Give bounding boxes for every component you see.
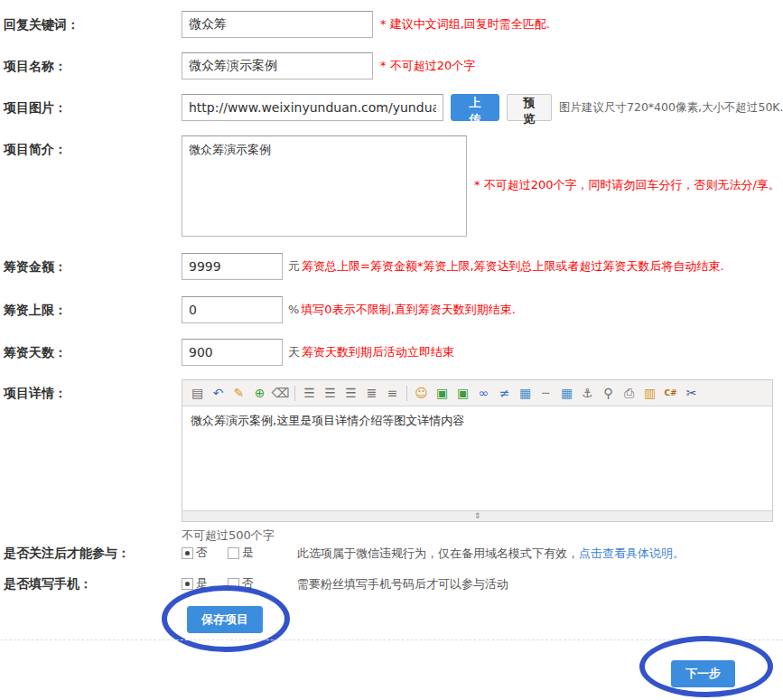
row-fund-amount: 筹资金额： 元 筹资总上限=筹资金额*筹资上限,筹资达到总上限或者超过筹资天数后… — [0, 253, 724, 280]
project-name-input[interactable] — [182, 52, 373, 79]
fund-days-note: 筹资天数到期后活动立即结束 — [302, 339, 454, 366]
page-break-icon[interactable]: ┄ — [536, 383, 556, 403]
require-follow-label: 是否关注后才能参与： — [0, 546, 182, 560]
option-label: 否 — [196, 545, 208, 561]
project-intro-textarea[interactable]: 微众筹演示案例 — [182, 135, 467, 237]
require-follow-option-yes[interactable]: 是 — [228, 545, 254, 561]
radio-unchecked-icon[interactable] — [228, 578, 239, 590]
undo-icon[interactable]: ↶ — [208, 383, 228, 403]
batch-image-icon[interactable]: ▣ — [452, 383, 473, 403]
row-require-follow: 是否关注后才能参与： 否 是 此选项属于微信违规行为，仅在备用域名模式下有效，点… — [0, 545, 685, 561]
preview-icon[interactable]: ⚲ — [598, 383, 619, 403]
option-label: 是 — [242, 545, 254, 561]
row-project-detail: 项目详情： ▤ ↶ ✎ ⊕ ⌫ ☰ ☰ ☰ ≣ ≡ ☺ ▣ — [0, 379, 773, 544]
radio-unchecked-icon[interactable] — [228, 547, 239, 559]
require-phone-option-no[interactable]: 否 — [228, 575, 254, 592]
require-follow-note: 此选项属于微信违规行为，仅在备用域名模式下有效，点击查看具体说明。 — [297, 546, 685, 560]
project-image-url-input[interactable] — [182, 94, 443, 121]
require-phone-option-yes[interactable]: 是 — [182, 575, 208, 592]
require-phone-note: 需要粉丝填写手机号码后才可以参与活动 — [297, 577, 508, 591]
insert-rule-icon[interactable]: ⊕ — [249, 383, 270, 403]
editor-toolbar: ▤ ↶ ✎ ⊕ ⌫ ☰ ☰ ☰ ≣ ≡ ☺ ▣ ▣ ∞ ≠ — [182, 380, 772, 406]
row-project-intro: 项目简介： 微众筹演示案例 * 不可超过200个字，同时请勿回车分行，否则无法分… — [0, 135, 780, 237]
fund-days-unit: 天 — [288, 339, 300, 366]
eraser-icon[interactable]: ⌫ — [270, 383, 291, 403]
insert-image-icon[interactable]: ▣ — [432, 383, 452, 403]
align-center-icon[interactable]: ☰ — [320, 383, 340, 403]
row-project-image: 项目图片： 上传 预览 图片建议尺寸720*400像素,大小不超过50K. — [0, 94, 783, 121]
table-icon[interactable]: ▦ — [556, 383, 577, 403]
rich-text-editor: ▤ ↶ ✎ ⊕ ⌫ ☰ ☰ ☰ ≣ ≡ ☺ ▣ ▣ ∞ ≠ — [182, 379, 773, 522]
fund-amount-label: 筹资金额： — [0, 253, 182, 280]
require-phone-label: 是否填写手机： — [0, 577, 182, 591]
reply-keyword-label: 回复关键词： — [0, 11, 182, 38]
option-label: 是 — [196, 575, 208, 592]
project-detail-label: 项目详情： — [0, 379, 182, 406]
project-intro-label: 项目简介： — [0, 135, 182, 163]
link-icon[interactable]: ∞ — [473, 383, 494, 403]
next-step-button[interactable]: 下一步 — [671, 660, 735, 687]
align-right-icon[interactable]: ☰ — [340, 383, 361, 403]
row-require-phone: 是否填写手机： 是 否 需要粉丝填写手机号码后才可以参与活动 — [0, 575, 508, 592]
cut-icon[interactable]: ✂ — [681, 383, 702, 403]
print-icon[interactable]: ⎙ — [619, 383, 639, 403]
crowdfunding-project-form: 回复关键词： * 建议中文词组,回复时需全匹配. 项目名称： * 不可超过20个… — [0, 0, 783, 700]
detail-explanation-link[interactable]: 点击查看具体说明。 — [579, 546, 685, 560]
template-icon[interactable]: ▥ — [639, 383, 660, 403]
media-icon[interactable]: ▦ — [515, 383, 536, 403]
project-name-note: * 不可超过20个字 — [380, 52, 475, 79]
toolbar-separator — [294, 386, 295, 401]
project-image-label: 项目图片： — [0, 94, 182, 121]
fund-limit-input[interactable] — [182, 296, 283, 323]
preview-button[interactable]: 预览 — [507, 94, 552, 121]
code-icon[interactable]: C# — [660, 383, 681, 403]
reply-keyword-input[interactable] — [182, 11, 373, 38]
row-fund-days: 筹资天数： 天 筹资天数到期后活动立即结束 — [0, 339, 454, 366]
unordered-list-icon[interactable]: ≡ — [382, 383, 403, 403]
fund-days-label: 筹资天数： — [0, 339, 182, 366]
editor-content[interactable]: 微众筹演示案例,这里是项目详情介绍等图文详情内容 — [182, 406, 772, 510]
upload-button[interactable]: 上传 — [451, 94, 499, 121]
row-project-name: 项目名称： * 不可超过20个字 — [0, 52, 475, 79]
radio-checked-icon[interactable] — [182, 578, 193, 590]
editor-resize-handle[interactable]: ⇕ — [182, 510, 772, 521]
format-brush-icon[interactable]: ✎ — [228, 383, 249, 403]
row-fund-limit: 筹资上限： % 填写0表示不限制,直到筹资天数到期结束. — [0, 296, 516, 323]
ordered-list-icon[interactable]: ≣ — [361, 383, 382, 403]
emoticon-icon[interactable]: ☺ — [411, 383, 432, 403]
project-name-label: 项目名称： — [0, 52, 182, 79]
fund-amount-note: 筹资总上限=筹资金额*筹资上限,筹资达到总上限或者超过筹资天数后将自动结束. — [302, 253, 724, 280]
require-follow-option-no[interactable]: 否 — [182, 545, 208, 561]
row-reply-keyword: 回复关键词： * 建议中文词组,回复时需全匹配. — [0, 11, 550, 38]
unlink-icon[interactable]: ≠ — [494, 383, 515, 403]
fund-amount-unit: 元 — [288, 253, 300, 280]
align-left-icon[interactable]: ☰ — [299, 383, 320, 403]
reply-keyword-note: * 建议中文词组,回复时需全匹配. — [380, 11, 550, 38]
project-detail-limit-note: 不可超过500个字 — [182, 527, 773, 544]
paste-icon[interactable]: ▤ — [187, 383, 208, 403]
fund-days-input[interactable] — [182, 339, 283, 366]
project-image-note: 图片建议尺寸720*400像素,大小不超过50K. — [559, 94, 783, 121]
require-follow-note-text: 此选项属于微信违规行为，仅在备用域名模式下有效， — [297, 546, 579, 560]
save-project-button[interactable]: 保存项目 — [187, 606, 263, 633]
anchor-icon[interactable]: ⚓ — [577, 383, 598, 403]
project-intro-note: * 不可超过200个字，同时请勿回车分行，否则无法分/享。 — [474, 172, 780, 199]
radio-checked-icon[interactable] — [182, 547, 193, 559]
fund-limit-note: 填写0表示不限制,直到筹资天数到期结束. — [301, 296, 516, 323]
fund-limit-label: 筹资上限： — [0, 296, 182, 323]
fund-amount-input[interactable] — [182, 253, 283, 280]
option-label: 否 — [242, 575, 254, 592]
section-divider — [0, 639, 783, 640]
toolbar-separator — [406, 386, 407, 401]
fund-limit-unit: % — [288, 296, 299, 323]
